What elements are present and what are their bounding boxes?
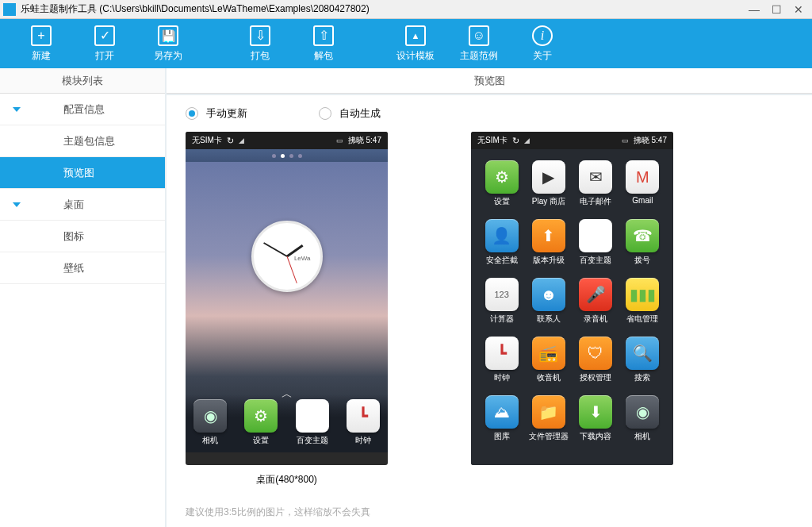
auth-icon: 🛡 xyxy=(579,337,612,370)
gallery-icon: ⛰ xyxy=(485,395,519,429)
theme-icon xyxy=(296,399,329,433)
sidebar-item-preview[interactable]: 预览图 xyxy=(0,157,165,189)
radio-dot-icon xyxy=(319,107,331,120)
battery-icon: ▭ xyxy=(336,137,343,144)
playstore-icon: ▶ xyxy=(532,160,565,194)
signal-icon: ◢ xyxy=(524,137,530,144)
gmail-icon: M xyxy=(626,160,659,194)
preview-desktop[interactable]: 无SIM卡↻◢ ▭拂晓 5:47 LeWa ︿ ◉相机 xyxy=(186,132,388,487)
close-button[interactable]: ✕ xyxy=(788,2,809,17)
phone-app-grid: ⚙设置 ▶Play 商店 ✉电子邮件 MGmail 👤安全拦截 ⬆版本升级 百变… xyxy=(471,157,673,465)
contacts-icon: ☻ xyxy=(532,278,565,311)
phone-preview-1: 无SIM卡↻◢ ▭拂晓 5:47 LeWa ︿ ◉相机 xyxy=(186,132,388,465)
recorder-icon: 🎤 xyxy=(579,278,612,311)
hint-text: 建议使用3:5比例的图片，这样缩放不会失真 xyxy=(186,506,793,519)
search-icon: 🔍 xyxy=(626,337,659,370)
preview-appgrid[interactable]: 无SIM卡↻◢ ▭拂晓 5:47 ⚙设置 ▶Play 商店 ✉电子邮件 MGma… xyxy=(471,132,673,487)
security-icon: 👤 xyxy=(485,219,519,252)
unpack-button[interactable]: 解包 xyxy=(292,25,355,63)
open-icon xyxy=(94,25,115,46)
about-button[interactable]: 关于 xyxy=(511,25,574,63)
clock-widget: LeWa xyxy=(251,221,323,292)
power-icon: ▮▮▮ xyxy=(626,278,659,311)
template-icon xyxy=(405,25,426,46)
settings-icon: ⚙ xyxy=(485,160,519,194)
sidebar-item-desktop[interactable]: 桌面 xyxy=(0,189,165,221)
signal-icon: ◢ xyxy=(239,137,244,144)
camera-icon: ◉ xyxy=(626,395,659,429)
radio-auto[interactable]: 自动生成 xyxy=(319,106,381,121)
sync-icon: ↻ xyxy=(512,136,519,146)
dial-icon: ☎ xyxy=(626,219,659,252)
camera-icon: ◉ xyxy=(193,399,227,433)
upgrade-icon: ⬆ xyxy=(532,219,565,252)
phone-statusbar: 无SIM卡↻◢ ▭拂晓 5:47 xyxy=(471,132,673,149)
radio-manual[interactable]: 手动更新 xyxy=(186,106,247,121)
new-button[interactable]: 新建 xyxy=(10,25,73,63)
downloads-icon: ⬇ xyxy=(579,395,612,429)
new-icon xyxy=(31,25,52,46)
main-toolbar: 新建 打开 另存为 打包 解包 设计模板 主题范例 关于 xyxy=(0,19,812,68)
example-icon xyxy=(469,25,489,46)
files-icon: 📁 xyxy=(532,395,565,429)
saveas-button[interactable]: 另存为 xyxy=(136,25,200,63)
phone-preview-2: 无SIM卡↻◢ ▭拂晓 5:47 ⚙设置 ▶Play 商店 ✉电子邮件 MGma… xyxy=(471,132,673,465)
sidebar-item-config[interactable]: 配置信息 xyxy=(0,94,165,125)
radio-dot-icon xyxy=(186,107,198,120)
sync-icon: ↻ xyxy=(227,136,234,146)
pack-icon xyxy=(250,25,270,46)
sidebar-item-themepkg[interactable]: 主题包信息 xyxy=(0,125,165,157)
preview-caption: 桌面(480*800) xyxy=(256,473,317,487)
maximize-button[interactable]: ☐ xyxy=(766,2,787,17)
sidebar: 模块列表 配置信息 主题包信息 预览图 桌面 图标 壁纸 xyxy=(0,68,165,527)
unpack-icon xyxy=(313,25,334,46)
phone-dock: ◉相机 ⚙设置 百变主题 ┗时钟 xyxy=(186,394,388,452)
titlebar: 乐蛙主题制作工具 (C:\Users\bkill\Documents\LeWaT… xyxy=(0,0,812,19)
clock-icon: ┗ xyxy=(347,399,380,433)
save-icon xyxy=(158,25,178,46)
settings-icon: ⚙ xyxy=(244,399,278,433)
radio-icon: 📻 xyxy=(532,337,565,370)
template-button[interactable]: 设计模板 xyxy=(384,25,447,63)
calc-icon: 123 xyxy=(485,278,519,311)
phone-statusbar: 无SIM卡↻◢ ▭拂晓 5:47 xyxy=(186,132,388,149)
sidebar-item-wallpaper[interactable]: 壁纸 xyxy=(0,252,165,284)
app-icon xyxy=(3,3,16,16)
page-indicator xyxy=(186,149,388,162)
sidebar-item-icons[interactable]: 图标 xyxy=(0,221,165,252)
pack-button[interactable]: 打包 xyxy=(228,25,292,63)
open-button[interactable]: 打开 xyxy=(73,25,136,63)
theme-icon xyxy=(579,219,612,252)
content-header: 预览图 xyxy=(167,68,812,94)
example-button[interactable]: 主题范例 xyxy=(447,25,511,63)
about-icon xyxy=(532,25,553,46)
content-body: 手动更新 自动生成 无SIM卡↻◢ ▭拂晓 5:47 LeWa xyxy=(167,95,812,527)
window-title: 乐蛙主题制作工具 (C:\Users\bkill\Documents\LeWaT… xyxy=(21,2,744,16)
clock-icon: ┗ xyxy=(485,337,519,370)
sidebar-header: 模块列表 xyxy=(0,68,165,94)
minimize-button[interactable]: — xyxy=(744,2,764,17)
battery-icon: ▭ xyxy=(622,137,629,144)
email-icon: ✉ xyxy=(579,160,612,194)
